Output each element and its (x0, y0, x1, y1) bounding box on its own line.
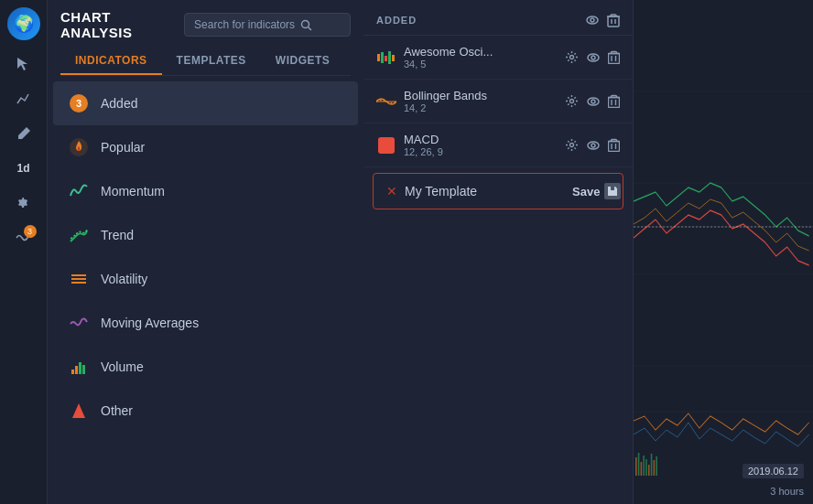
svg-rect-20 (388, 51, 391, 64)
chart-svg (634, 0, 813, 504)
category-volume-label: Volume (101, 359, 144, 374)
panel-title: CHART ANALYSIS (60, 9, 184, 40)
svg-point-38 (591, 144, 595, 147)
search-placeholder: Search for indicators (194, 18, 295, 31)
awesome-settings-icon[interactable] (565, 50, 579, 64)
category-volume[interactable]: Volume (53, 345, 358, 389)
pencil-icon[interactable] (9, 119, 38, 148)
indicators-title: ADDED (376, 15, 417, 26)
awesome-info: Awesome Osci... 34, 5 (404, 45, 558, 70)
trash-icon[interactable] (607, 13, 620, 27)
app-logo[interactable]: 🌍 (7, 7, 40, 40)
tab-indicators[interactable]: INDICATORS (60, 48, 162, 75)
save-disk-icon (604, 183, 621, 199)
category-trend[interactable]: Trend (53, 213, 358, 257)
svg-rect-39 (609, 142, 620, 152)
timeframe-1d[interactable]: 1d (9, 154, 38, 183)
tab-widgets[interactable]: WIDGETS (261, 48, 345, 75)
bollinger-name: Bollinger Bands (404, 89, 558, 102)
macd-settings-icon[interactable] (565, 138, 579, 152)
indicator-badge-icon[interactable]: 3 (9, 223, 38, 252)
fire-svg (69, 137, 89, 157)
category-volatility[interactable]: Volatility (53, 257, 358, 301)
search-box[interactable]: Search for indicators (184, 13, 351, 37)
chart-area: 2019.06.12 3 hours (634, 0, 813, 504)
momentum-svg (69, 181, 89, 201)
chart-icon[interactable] (9, 84, 38, 113)
indicator-bollinger: Bollinger Bands 14, 2 (363, 80, 633, 123)
indicator-macd: MACD 12, 26, 9 (363, 123, 633, 167)
awesome-name: Awesome Osci... (404, 45, 558, 59)
other-icon (66, 398, 92, 424)
awesome-trash-icon[interactable] (608, 50, 620, 64)
chart-timeframe: 3 hours (770, 486, 804, 497)
tab-templates[interactable]: TEMPLATES (162, 48, 261, 75)
template-close-icon[interactable]: ✕ (386, 184, 397, 198)
bollinger-svg (376, 94, 396, 109)
bollinger-trash-icon[interactable] (608, 94, 620, 108)
svg-line-1 (309, 27, 312, 30)
svg-rect-52 (643, 456, 645, 476)
category-momentum-label: Momentum (101, 184, 165, 198)
awesome-actions (565, 50, 620, 64)
awesome-eye-icon[interactable] (586, 51, 601, 64)
category-popular-label: Popular (101, 140, 145, 155)
svg-point-23 (588, 54, 599, 61)
svg-point-29 (570, 100, 574, 103)
save-label: Save (572, 185, 600, 198)
trend-svg (69, 225, 89, 245)
category-popular[interactable]: Popular (53, 125, 358, 169)
svg-rect-7 (75, 366, 78, 374)
svg-point-37 (588, 142, 599, 149)
category-added[interactable]: 3 Added (53, 81, 358, 125)
left-sidebar: 🌍 1d 3 (0, 0, 48, 504)
svg-rect-51 (641, 462, 643, 476)
category-momentum[interactable]: Momentum (53, 169, 358, 213)
volatility-icon (66, 266, 92, 292)
popular-icon (66, 134, 92, 160)
svg-rect-50 (638, 453, 640, 476)
search-icon (300, 19, 312, 31)
moving-averages-icon (66, 310, 92, 336)
ma-svg (69, 313, 89, 333)
category-other[interactable]: Other (53, 389, 358, 433)
macd-trash-icon[interactable] (608, 138, 620, 152)
category-other-label: Other (101, 403, 133, 418)
awesome-color-icon (376, 48, 396, 68)
svg-rect-18 (381, 52, 384, 63)
bollinger-settings-icon[interactable] (565, 94, 579, 108)
svg-point-22 (570, 56, 574, 59)
macd-eye-icon[interactable] (586, 139, 601, 152)
macd-color-icon (376, 135, 396, 155)
gear-icon[interactable] (9, 188, 38, 218)
svg-rect-57 (656, 456, 657, 476)
svg-rect-25 (609, 54, 620, 64)
svg-rect-32 (609, 98, 620, 108)
panel-header: CHART ANALYSIS Search for indicators IND… (48, 0, 363, 76)
bollinger-color-icon (376, 91, 396, 112)
cursor-tool-icon[interactable] (9, 49, 38, 79)
indicator-awesome: Awesome Osci... 34, 5 (363, 36, 633, 80)
svg-rect-17 (377, 54, 380, 61)
bollinger-info: Bollinger Bands 14, 2 (404, 89, 558, 113)
template-name-input[interactable] (405, 184, 565, 198)
category-volatility-label: Volatility (101, 272, 147, 286)
trend-icon (66, 222, 92, 248)
svg-point-24 (591, 56, 595, 59)
eye-icon[interactable] (585, 13, 600, 27)
svg-point-12 (591, 18, 594, 22)
category-moving-averages[interactable]: Moving Averages (53, 301, 358, 345)
bollinger-eye-icon[interactable] (586, 95, 601, 108)
svg-point-0 (302, 20, 309, 27)
template-save-row: ✕ Save (373, 173, 623, 209)
svg-point-30 (588, 98, 599, 105)
category-ma-label: Moving Averages (101, 316, 199, 330)
volume-icon (66, 354, 92, 380)
macd-params: 12, 26, 9 (404, 146, 558, 157)
macd-name: MACD (404, 133, 558, 146)
svg-rect-53 (645, 459, 647, 476)
save-button[interactable]: Save (572, 183, 621, 199)
macd-info: MACD 12, 26, 9 (404, 133, 558, 157)
svg-rect-54 (648, 465, 650, 476)
category-trend-label: Trend (101, 228, 134, 242)
